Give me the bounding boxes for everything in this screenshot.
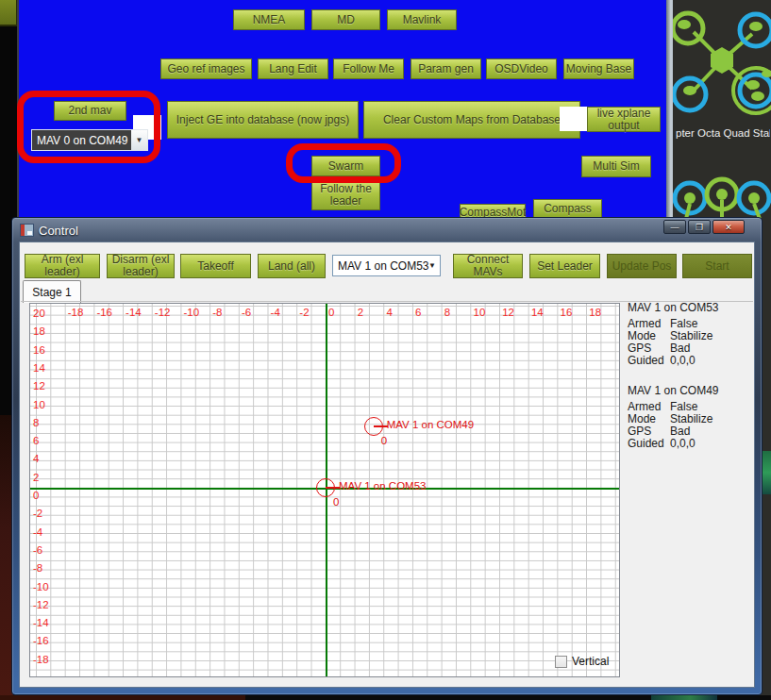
mav-select[interactable]: MAV 1 on COM53 ▼ (332, 255, 441, 276)
x-tick-label: -10 (184, 307, 200, 318)
control-titlebar[interactable] (11, 218, 761, 242)
minimize-button[interactable]: — (663, 220, 686, 234)
y-tick-label: 10 (33, 399, 45, 410)
x-tick-label: -8 (212, 307, 222, 318)
mav-marker-line (326, 487, 340, 489)
x-tick-label: -18 (68, 307, 84, 318)
position-grid[interactable]: -18-16-14-12-10-8-6-4-202468101214161820… (29, 303, 620, 677)
y-tick-label: 0 (33, 490, 39, 501)
mav-select-value: MAV 1 on COM53 (338, 259, 428, 273)
y-tick-label: 20 (33, 308, 45, 319)
mav-marker-line (374, 425, 388, 427)
x-tick-label: 8 (444, 307, 450, 318)
osdvideo-button[interactable]: OSDVideo (486, 58, 557, 79)
y-tick-label: 16 (33, 344, 45, 356)
x-tick-label: 14 (531, 307, 544, 318)
close-button[interactable]: ✕ (712, 220, 745, 234)
status-label: Guided (628, 438, 670, 450)
status-label: Guided (628, 355, 670, 367)
status-block-com53: MAV 1 on COM53 ArmedFalse ModeStabilize … (628, 302, 760, 367)
geo-ref-images-button[interactable]: Geo ref images (160, 58, 252, 79)
desktop-bottom-teal (651, 695, 717, 700)
window-title: Control (39, 224, 78, 238)
x-tick-label: -14 (126, 307, 142, 318)
swarm-button[interactable]: Swarm (311, 156, 380, 176)
x-tick-label: 10 (474, 307, 486, 318)
status-title: MAV 1 on COM49 (628, 385, 760, 397)
y-tick-label: -4 (33, 526, 42, 538)
takeoff-button[interactable]: Takeoff (180, 254, 251, 278)
octa-quad-copter-icon-partial (673, 170, 771, 219)
x-tick-label: -4 (271, 307, 280, 318)
arm-button[interactable]: Arm (exl leader) (25, 254, 100, 278)
y-tick-label: 6 (33, 435, 39, 446)
window-icon (20, 224, 34, 237)
chevron-down-icon: ▼ (428, 261, 436, 270)
status-title: MAV 1 on COM53 (628, 302, 760, 314)
param-gen-button[interactable]: Param gen (411, 58, 481, 79)
lang-edit-button[interactable]: Lang Edit (258, 58, 328, 79)
status-value: 0,0,0 (670, 355, 696, 367)
set-leader-button[interactable]: Set Leader (529, 254, 600, 278)
y-tick-label: -10 (33, 581, 49, 592)
desktop-bottom-maroon (0, 695, 245, 700)
x-tick-label: -6 (242, 307, 251, 318)
y-tick-label: -2 (33, 508, 42, 519)
mav-marker-altitude: 0 (381, 435, 387, 446)
chevron-down-icon[interactable]: ▼ (131, 130, 147, 150)
follow-the-leader-button[interactable]: Follow the leader (311, 180, 380, 210)
mav-marker-label: MAV 1 on COM53 (339, 480, 426, 492)
y-tick-label: 14 (33, 362, 45, 374)
screen: { "background": { "buttons": { "nmea": "… (0, 0, 771, 700)
follow-me-button[interactable]: Follow Me (333, 58, 404, 79)
md-button[interactable]: MD (311, 9, 380, 30)
y-tick-label: 2 (33, 472, 39, 483)
status-value: 0,0,0 (670, 438, 696, 450)
background-olive-block (0, 0, 18, 26)
x-tick-label: 2 (358, 307, 363, 318)
disarm-button[interactable]: Disarm (exl leader) (107, 254, 175, 278)
x-tick-label: -12 (155, 307, 171, 318)
status-block-com49: MAV 1 on COM49 ArmedFalse ModeStabilize … (628, 385, 760, 450)
y-tick-label: -16 (33, 635, 49, 646)
y-tick-label: 18 (33, 325, 45, 337)
y-tick-label: -12 (33, 599, 49, 610)
y-tick-label: 8 (33, 417, 39, 428)
x-tick-label: 0 (328, 307, 334, 318)
x-tick-label: 6 (415, 307, 421, 318)
land-all-button[interactable]: Land (all) (258, 254, 326, 278)
live-xplane-output-button[interactable]: live xplane output (587, 107, 661, 132)
mavlink-button[interactable]: Mavlink (387, 9, 457, 30)
y-tick-label: 12 (33, 380, 45, 392)
compass-button[interactable]: Compass (533, 199, 602, 218)
y-tick-label: -6 (33, 544, 42, 556)
x-tick-label: 4 (386, 307, 392, 318)
vertical-checkbox-label: Vertical (572, 655, 609, 668)
maximize-button[interactable]: ❐ (688, 220, 711, 234)
y-tick-label: -8 (33, 562, 42, 574)
x-tick-label: 18 (589, 307, 601, 318)
mav-marker-label: MAV 1 on COM49 (387, 419, 474, 430)
x-tick-label: 12 (502, 307, 514, 318)
mav-marker-altitude: 0 (333, 496, 339, 508)
x-tick-label: -2 (299, 307, 309, 318)
second-mav-button[interactable]: 2nd mav (54, 101, 126, 121)
background-white-patch2 (560, 107, 590, 131)
y-tick-label: -14 (33, 617, 49, 628)
moving-base-button[interactable]: Moving Base (563, 58, 634, 79)
inject-ge-button[interactable]: Inject GE into database (now jpgs) (167, 101, 359, 139)
start-button: Start (682, 254, 752, 278)
tab-stage1[interactable]: Stage 1 (23, 280, 81, 303)
octa-quad-copter-icon (673, 4, 771, 123)
x-tick-label: 16 (561, 307, 573, 318)
y-tick-label: 4 (33, 453, 39, 464)
nmea-button[interactable]: NMEA (233, 9, 305, 30)
connect-mavs-button[interactable]: Connect MAVs (453, 254, 523, 278)
update-pos-button: Update Pos (607, 254, 677, 278)
vertical-checkbox[interactable] (555, 656, 567, 668)
x-tick-label: -16 (96, 307, 112, 318)
background-mav-select[interactable]: MAV 0 on COM49 ▼ (31, 129, 148, 151)
clear-custom-maps-button[interactable]: Clear Custom Maps from Database (363, 101, 580, 139)
background-mav-select-value: MAV 0 on COM49 (37, 134, 127, 147)
multi-sim-button[interactable]: Multi Sim (581, 156, 651, 177)
